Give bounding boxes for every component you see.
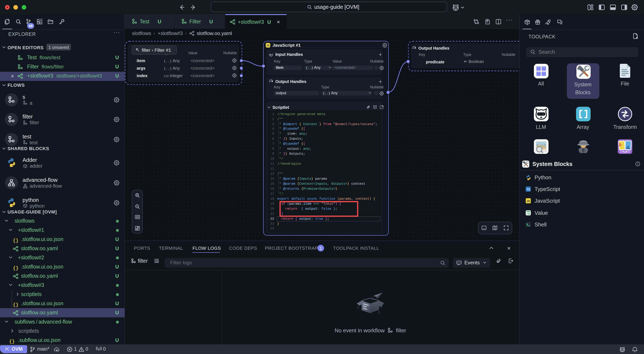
svg-text:TS: TS — [526, 188, 530, 191]
svg-text:JS: JS — [526, 200, 530, 203]
